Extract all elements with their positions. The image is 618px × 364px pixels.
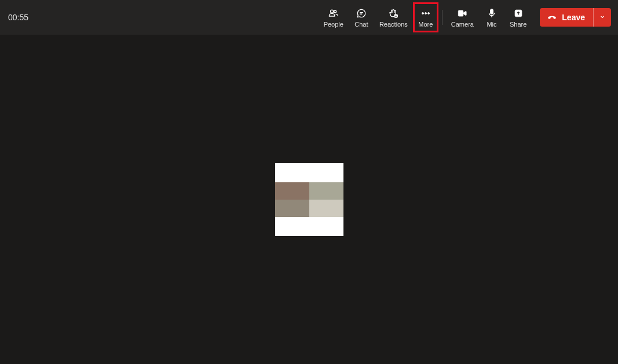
camera-icon (456, 7, 468, 20)
share-button[interactable]: Share (504, 2, 532, 32)
reactions-label: Reactions (379, 21, 408, 28)
toolbar-actions: People Chat Reactions More Camera (319, 0, 618, 35)
chat-button[interactable]: Chat (349, 2, 374, 32)
svg-point-1 (395, 15, 396, 16)
people-button[interactable]: People (319, 2, 349, 32)
call-timer: 00:55 (8, 0, 28, 35)
people-icon (328, 7, 339, 20)
leave-button[interactable]: Leave (540, 8, 593, 27)
leave-dropdown[interactable] (593, 8, 611, 27)
more-label: More (418, 21, 433, 28)
toolbar-separator (442, 10, 443, 25)
svg-point-3 (422, 13, 423, 14)
meeting-stage (0, 35, 618, 364)
mic-button[interactable]: Mic (479, 2, 504, 32)
share-label: Share (510, 21, 526, 28)
chat-icon (356, 7, 367, 20)
camera-label: Camera (451, 21, 474, 28)
svg-point-5 (427, 13, 429, 14)
leave-label: Leave (562, 13, 585, 22)
leave-split-button: Leave (540, 8, 611, 27)
reactions-button[interactable]: Reactions (374, 2, 413, 32)
chevron-down-icon (599, 12, 606, 23)
svg-point-2 (396, 15, 397, 16)
participant-avatar (275, 163, 343, 236)
svg-point-4 (425, 13, 426, 14)
share-icon (513, 7, 524, 20)
mic-label: Mic (487, 21, 496, 28)
people-label: People (324, 21, 343, 28)
chat-label: Chat (354, 21, 368, 28)
meeting-toolbar: 00:55 People Chat Reactions More (0, 0, 618, 35)
more-button[interactable]: More (413, 2, 438, 32)
reactions-icon (387, 7, 399, 20)
mic-icon (486, 7, 498, 20)
more-icon (420, 7, 431, 20)
camera-button[interactable]: Camera (446, 2, 479, 32)
hangup-icon (547, 12, 557, 23)
